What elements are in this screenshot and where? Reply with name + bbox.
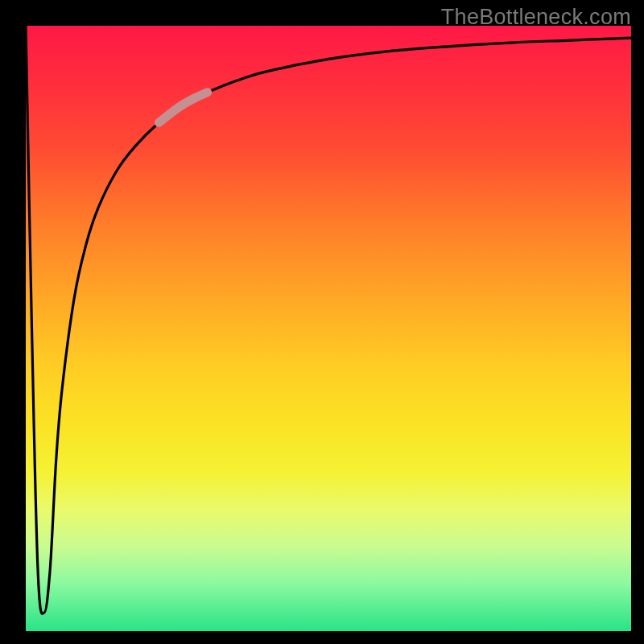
chart-frame: TheBottleneck.com bbox=[0, 0, 644, 644]
watermark-text: TheBottleneck.com bbox=[441, 5, 631, 30]
highlight-segment bbox=[159, 93, 207, 123]
bottleneck-curve bbox=[26, 26, 631, 613]
curve-layer bbox=[26, 26, 631, 631]
plot-area bbox=[26, 26, 631, 631]
